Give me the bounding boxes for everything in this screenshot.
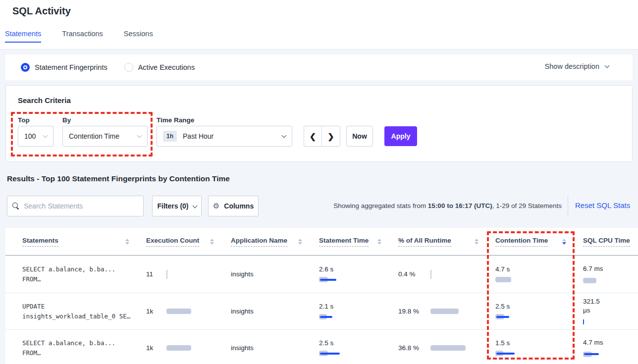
tab-bar: Statements Transactions Sessions <box>5 30 153 47</box>
apply-button[interactable]: Apply <box>384 126 417 146</box>
filters-button[interactable]: Filters (0) <box>152 196 202 216</box>
contention-time-cell: 1.5 s <box>495 339 583 357</box>
gear-icon: ⚙ <box>213 202 219 210</box>
application-name-cell: insights <box>231 344 319 352</box>
sql-cpu-time-cell: 321.5 µs <box>583 297 638 325</box>
by-select[interactable]: Contention Time <box>62 126 148 147</box>
radio-label: Active Executions <box>138 63 195 71</box>
filters-label: Filters (0) <box>157 202 188 210</box>
pct-runtime-bar <box>430 271 431 278</box>
column-header-sql-cpu-time[interactable]: SQL CPU Time <box>583 237 638 247</box>
table-row: SELECT a.balance, b.ba... FROM… 1k insig… <box>5 330 638 364</box>
top-select-value: 100 <box>24 132 36 140</box>
search-statements-input[interactable] <box>24 202 138 210</box>
top-label: Top <box>18 116 30 124</box>
chevron-down-icon <box>282 133 287 138</box>
page-title: SQL Activity <box>12 5 71 17</box>
sql-cpu-time-bar <box>583 277 638 284</box>
statement-time-bar <box>319 350 398 357</box>
sort-icon[interactable] <box>475 239 478 245</box>
showing-stats-range: 15:00 to 16:17 (UTC) <box>428 202 492 209</box>
column-header-contention-time[interactable]: Contention Time <box>495 237 583 247</box>
time-prev-button[interactable]: ❮ <box>304 126 322 146</box>
table-row: SELECT a.balance, b.ba... FROM… 11 insig… <box>5 256 638 293</box>
execution-count-cell: 1k <box>146 344 231 352</box>
now-button[interactable]: Now <box>346 126 373 147</box>
statement-link[interactable]: SELECT a.balance, b.ba... FROM… <box>22 264 146 284</box>
search-criteria-heading: Search Criteria <box>18 96 71 104</box>
top-select[interactable]: 100 <box>18 126 53 147</box>
table-header-row: Statements Execution Count Application N… <box>5 228 638 256</box>
sort-icon[interactable] <box>125 239 129 245</box>
search-criteria-panel: Search Criteria Top 100 By Contention Ti… <box>5 85 633 162</box>
chevron-down-icon <box>605 63 610 68</box>
time-range-select[interactable]: 1h Past Hour <box>157 126 292 147</box>
column-header-pct-runtime[interactable]: % of All Runtime <box>398 237 495 247</box>
by-label: By <box>62 116 71 124</box>
pct-runtime-bar <box>430 345 466 352</box>
statement-link[interactable]: SELECT a.balance, b.ba... FROM… <box>22 338 146 358</box>
sql-cpu-time-bar <box>583 351 638 358</box>
execution-count-bar <box>166 271 167 278</box>
columns-label: Columns <box>224 202 254 210</box>
statements-table: Statements Execution Count Application N… <box>5 228 638 364</box>
search-statements-box[interactable] <box>7 196 144 216</box>
sort-icon[interactable] <box>298 239 302 245</box>
pct-runtime-bar <box>430 308 459 315</box>
sort-icon[interactable] <box>210 239 214 245</box>
statement-time-bar <box>319 276 398 283</box>
radio-statement-fingerprints[interactable]: Statement Fingerprints <box>21 63 107 72</box>
tab-transactions[interactable]: Transactions <box>62 30 103 47</box>
page-header: SQL Activity Statements Transactions Ses… <box>0 0 638 50</box>
application-name-cell: insights <box>231 308 319 315</box>
table-row: UPDATE insights_workload_table_0 SE… 1k … <box>5 293 638 330</box>
radio-label: Statement Fingerprints <box>35 63 107 71</box>
radio-unselected-icon[interactable] <box>124 63 133 72</box>
tab-statements[interactable]: Statements <box>5 30 41 47</box>
time-range-label: Time Range <box>157 116 194 124</box>
sort-icon-active-desc[interactable] <box>562 239 566 245</box>
statement-time-cell: 2.1 s <box>319 303 398 320</box>
statement-time-cell: 2.6 s <box>319 265 398 283</box>
contention-time-cell: 2.5 s <box>495 303 583 320</box>
radio-selected-icon[interactable] <box>21 63 30 72</box>
toolbar-divider <box>568 196 568 216</box>
execution-count-cell: 1k <box>146 308 231 315</box>
sql-cpu-time-bar <box>583 318 638 325</box>
statement-time-bar <box>319 313 398 320</box>
execution-count-cell: 11 <box>146 270 231 278</box>
sort-icon[interactable] <box>377 239 381 245</box>
showing-stats-text: Showing aggregated stats from 15:00 to 1… <box>333 202 562 209</box>
time-next-button[interactable]: ❯ <box>322 126 340 146</box>
chevron-down-icon <box>137 133 142 138</box>
pct-runtime-cell: 0.4 % <box>398 270 495 279</box>
contention-time-bar <box>495 350 583 357</box>
statement-link[interactable]: UPDATE insights_workload_table_0 SE… <box>22 302 146 321</box>
contention-time-bar <box>495 313 583 320</box>
column-header-application-name[interactable]: Application Name <box>231 237 319 247</box>
chevron-down-icon <box>192 203 197 208</box>
sql-cpu-time-cell: 4.7 ms <box>583 338 638 358</box>
by-select-value: Contention Time <box>69 132 119 140</box>
radio-active-executions[interactable]: Active Executions <box>124 63 195 72</box>
show-description-toggle[interactable]: Show description <box>545 62 609 70</box>
columns-button[interactable]: ⚙ Columns <box>208 196 259 216</box>
search-icon <box>12 203 19 209</box>
column-header-statement-time[interactable]: Statement Time <box>319 237 398 247</box>
execution-count-bar <box>166 345 191 352</box>
tab-sessions[interactable]: Sessions <box>124 30 153 47</box>
time-range-value: Past Hour <box>183 132 213 140</box>
chevron-down-icon <box>43 133 48 138</box>
sql-cpu-time-cell: 6.7 ms <box>583 264 638 284</box>
time-range-badge: 1h <box>163 131 177 142</box>
statement-time-cell: 2.5 s <box>319 339 398 357</box>
application-name-cell: insights <box>231 270 319 278</box>
show-description-label: Show description <box>545 62 599 70</box>
time-nav-group: ❮ ❯ <box>304 126 340 147</box>
column-header-execution-count[interactable]: Execution Count <box>146 237 231 247</box>
column-header-statements[interactable]: Statements <box>22 237 146 247</box>
view-toggle-bar: Statement Fingerprints Active Executions… <box>5 54 633 80</box>
results-heading: Results - Top 100 Statement Fingerprints… <box>7 174 230 183</box>
reset-sql-stats-link[interactable]: Reset SQL Stats <box>575 201 630 209</box>
contention-time-bar <box>495 276 583 283</box>
